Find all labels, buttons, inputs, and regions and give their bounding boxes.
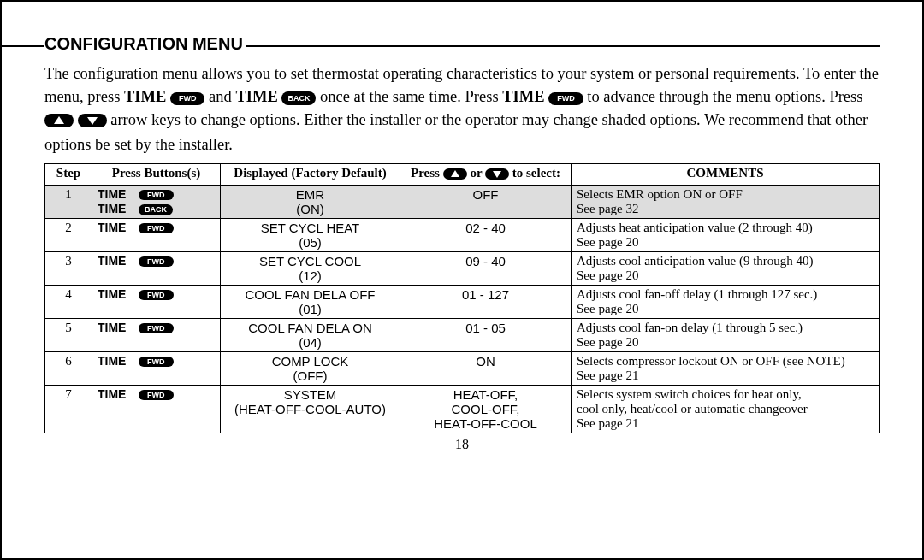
select-cell: 01 - 127 [400,286,572,319]
comments-cell: Adjusts cool fan-on delay (1 through 5 s… [572,319,880,352]
down-arrow-icon [485,168,509,183]
page-number: 18 [44,437,880,452]
col-comments: COMMENTS [572,164,880,186]
config-table: Step Press Buttons(s) Displayed (Factory… [44,163,880,433]
fwd-icon: FWD [139,357,174,367]
comments-cell: Adjusts heat anticipation value (2 throu… [572,219,880,252]
press-buttons-cell: TIMEFWD [92,219,221,252]
step-cell: 3 [45,252,92,286]
table-row: 1TIMEFWDTIMEBACKEMR(ON)OFFSelects EMR op… [45,186,880,219]
comments-cell: Adjusts cool fan-off delay (1 through 12… [572,286,880,319]
fwd-icon: FWD [139,256,174,267]
table-row: 4TIMEFWDCOOL FAN DELA OFF(01)01 - 127Adj… [45,286,880,319]
fwd-icon: FWD [170,92,205,105]
section-heading: Configuration Menu [44,34,880,54]
table-row: 2TIMEFWDSET CYCL HEAT(05)02 - 40Adjusts … [45,219,880,252]
select-cell: OFF [400,186,572,219]
table-row: 5TIMEFWDCOOL FAN DELA ON(04)01 - 05Adjus… [45,319,880,352]
table-row: 7TIMEFWDSYSTEM(HEAT-OFF-COOL-AUTO)HEAT-O… [45,386,880,433]
table-row: 3TIMEFWDSET CYCL COOL(12)09 - 40Adjusts … [45,252,880,286]
select-cell: HEAT-OFF,COOL-OFF,HEAT-OFF-COOL [400,386,572,433]
col-select: Press or to select: [400,164,572,186]
press-buttons-cell: TIMEFWD [92,386,221,433]
displayed-cell: SET CYCL COOL(12) [221,252,400,286]
press-buttons-cell: TIMEFWD [92,352,221,386]
page: Configuration Menu The configuration men… [0,0,924,560]
displayed-cell: COOL FAN DELA OFF(01) [221,286,400,319]
press-buttons-cell: TIMEFWD [92,319,221,352]
press-buttons-cell: TIMEFWDTIMEBACK [92,186,221,219]
back-icon: BACK [139,204,173,215]
comments-cell: Adjusts cool anticipation value (9 throu… [572,252,880,286]
up-arrow-icon [443,168,467,183]
press-buttons-cell: TIMEFWD [92,252,221,286]
select-cell: ON [400,352,572,386]
col-display: Displayed (Factory Default) [221,164,400,186]
displayed-cell: SYSTEM(HEAT-OFF-COOL-AUTO) [221,386,400,433]
fwd-icon: FWD [139,190,174,200]
comments-cell: Selects compressor lockout ON or OFF (se… [572,352,880,386]
fwd-icon: FWD [139,323,174,333]
back-icon: BACK [281,91,316,105]
select-cell: 09 - 40 [400,252,572,286]
table-header-row: Step Press Buttons(s) Displayed (Factory… [45,164,880,186]
col-step: Step [45,164,92,186]
step-cell: 1 [45,186,92,219]
select-cell: 01 - 05 [400,319,572,352]
down-arrow-icon [78,111,107,134]
section-title-text: Configuration Menu [44,34,246,54]
displayed-cell: SET CYCL HEAT(05) [221,219,400,252]
intro-paragraph: The configuration menu allows you to set… [44,62,880,156]
col-press: Press Buttons(s) [92,164,221,186]
displayed-cell: COOL FAN DELA ON(04) [221,319,400,352]
fwd-icon: FWD [139,390,174,400]
fwd-icon: FWD [139,223,174,233]
displayed-cell: EMR(ON) [221,186,400,219]
step-cell: 6 [45,352,92,386]
comments-cell: Selects system switch choices for heat o… [572,386,880,433]
step-cell: 4 [45,286,92,319]
step-cell: 5 [45,319,92,352]
displayed-cell: COMP LOCK(OFF) [221,352,400,386]
fwd-icon: FWD [548,92,583,105]
up-arrow-icon [44,111,74,134]
press-buttons-cell: TIMEFWD [92,286,221,319]
step-cell: 2 [45,219,92,252]
step-cell: 7 [45,386,92,433]
select-cell: 02 - 40 [400,219,572,252]
fwd-icon: FWD [139,290,174,300]
table-row: 6TIMEFWDCOMP LOCK(OFF)ONSelects compress… [45,352,880,386]
comments-cell: Selects EMR option ON or OFFSee page 32 [572,186,880,219]
